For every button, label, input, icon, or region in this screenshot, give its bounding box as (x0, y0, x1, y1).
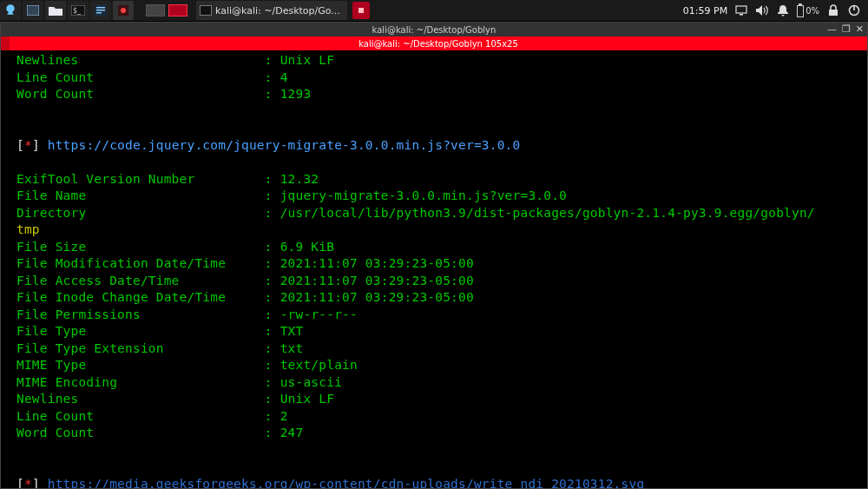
url-1: https://code.jquery.com/jquery-migrate-3… (48, 138, 521, 152)
kv-file-type-ext: File Type Extension : txt (16, 341, 303, 355)
workspace-2[interactable] (168, 4, 187, 17)
svg-rect-4 (96, 7, 105, 9)
show-desktop-icon[interactable] (23, 1, 43, 20)
svg-rect-15 (853, 5, 855, 10)
battery-pct: 0% (806, 6, 819, 16)
kv-directory: Directory : /usr/local/lib/python3.9/dis… (16, 206, 815, 220)
task-indicator-icon[interactable] (352, 2, 370, 19)
kv-directory-wrap: tmp (16, 222, 40, 236)
svg-rect-0 (27, 5, 39, 16)
kv-file-name: File Name : jquery-migrate-3.0.0.min.js?… (16, 188, 567, 202)
marker2-star: * (24, 477, 32, 489)
clock[interactable]: 01:59 PM (683, 5, 727, 17)
kv-exif-version: ExifTool Version Number : 12.32 (16, 172, 319, 186)
svg-rect-13 (829, 10, 838, 16)
svg-rect-11 (736, 6, 746, 13)
marker-star: * (24, 138, 32, 152)
battery-indicator[interactable]: 0% (797, 3, 819, 17)
svg-rect-10 (358, 8, 364, 13)
taskbar-task-terminal[interactable]: kali@kali: ~/Desktop/Go... (196, 1, 347, 20)
volume-icon[interactable] (755, 3, 769, 17)
kv-mime-encoding: MIME Encoding : us-ascii (16, 375, 342, 389)
terminal-tab-active[interactable]: kali@kali: ~/Desktop/Goblyn 105x25 (10, 36, 867, 50)
editor-icon[interactable] (90, 1, 111, 20)
terminal-tabbar: kali@kali: ~/Desktop/Goblyn 105x25 (1, 36, 867, 50)
terminal-window: kali@kali: ~/Desktop/Goblyn — ❐ ✕ kali@k… (0, 22, 868, 489)
url-2: https://media.geeksforgeeks.org/wp-conte… (48, 477, 645, 489)
kv-mime-type: MIME Type : text/plain (16, 358, 358, 372)
kv-wordcount: Word Count : 247 (16, 426, 303, 439)
record-icon[interactable] (113, 1, 134, 20)
taskbar-left: $_ kali@kali: ~/Desktop/Go... (0, 0, 370, 21)
kv-file-type: File Type : TXT (16, 324, 303, 338)
terminal-small-icon (200, 5, 212, 16)
menu-icon[interactable] (0, 1, 21, 20)
svg-point-8 (121, 8, 126, 13)
kv-wordcount-top: Word Count : 1293 (16, 87, 311, 101)
workspace-switcher[interactable] (144, 0, 189, 21)
workspace-1[interactable] (146, 4, 165, 17)
maximize-button[interactable]: ❐ (842, 23, 851, 35)
marker-l: [ (16, 138, 24, 152)
tab-hint-left[interactable] (1, 36, 10, 50)
svg-rect-6 (96, 12, 102, 14)
window-titlebar[interactable]: kali@kali: ~/Desktop/Goblyn — ❐ ✕ (1, 23, 867, 36)
svg-text:$_: $_ (73, 7, 82, 15)
terminal-tab-label: kali@kali: ~/Desktop/Goblyn 105x25 (358, 39, 518, 49)
kv-atime: File Access Date/Time : 2021:11:07 03:29… (16, 274, 474, 287)
kv-newlines: Newlines : Unix LF (16, 392, 334, 406)
kv-mtime: File Modification Date/Time : 2021:11:07… (16, 256, 474, 270)
terminal-surface[interactable]: Newlines : Unix LF Line Count : 4 Word C… (1, 50, 867, 488)
kv-permissions: File Permissions : -rw-r--r-- (16, 307, 358, 321)
screen-icon[interactable] (734, 3, 748, 17)
marker2-l: [ (16, 477, 24, 489)
window-title: kali@kali: ~/Desktop/Goblyn (372, 25, 496, 35)
kv-file-size: File Size : 6.9 KiB (16, 240, 334, 254)
power-icon[interactable] (847, 3, 861, 17)
kv-ctime: File Inode Change Date/Time : 2021:11:07… (16, 290, 474, 304)
taskbar-right: 01:59 PM 0% (683, 0, 868, 21)
task-label: kali@kali: ~/Desktop/Go... (215, 5, 340, 17)
kv-linecount: Line Count : 2 (16, 409, 288, 423)
close-button[interactable]: ✕ (856, 23, 864, 35)
notifications-icon[interactable] (776, 3, 790, 17)
kv-linecount-top: Line Count : 4 (16, 70, 288, 84)
svg-rect-12 (740, 14, 743, 16)
taskbar: $_ kali@kali: ~/Desktop/Go... 01:59 PM (0, 0, 868, 22)
marker-r: ] (32, 138, 40, 152)
marker2-r: ] (32, 477, 40, 489)
window-controls: — ❐ ✕ (827, 23, 864, 35)
minimize-button[interactable]: — (827, 23, 837, 35)
svg-rect-5 (96, 10, 105, 11)
lock-icon[interactable] (826, 3, 840, 17)
kv-newlines-top: Newlines : Unix LF (16, 53, 334, 67)
terminal-icon[interactable]: $_ (68, 1, 89, 20)
file-manager-icon[interactable] (45, 1, 66, 20)
